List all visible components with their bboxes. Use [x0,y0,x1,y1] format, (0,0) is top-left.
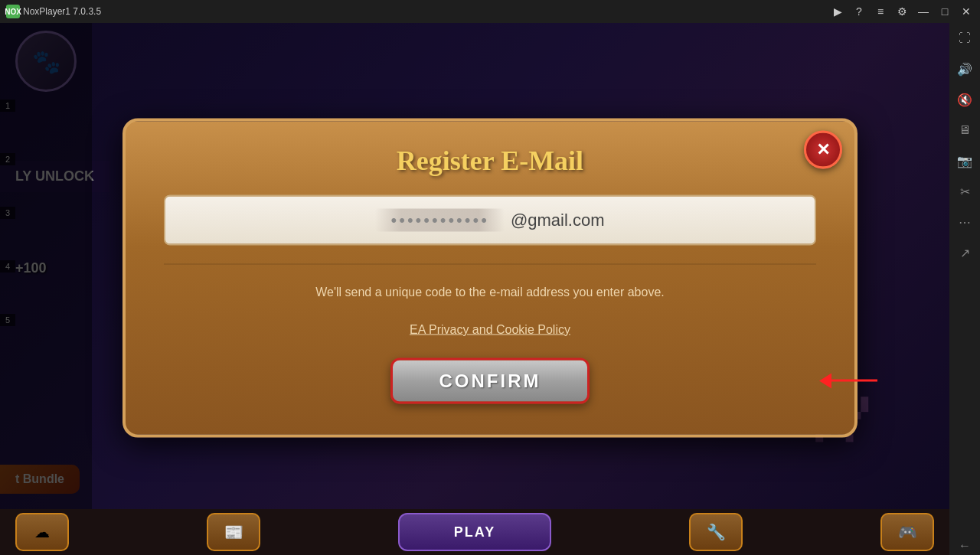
settings-btn[interactable]: ⚙ [894,4,910,19]
nox-title: NoxPlayer1 7.0.3.5 [23,6,101,17]
sidebar-external-icon[interactable]: ↗ [956,243,974,262]
sidebar-capture-icon[interactable]: 📷 [956,152,974,170]
sidebar-back-icon[interactable]: ← [956,537,974,555]
sidebar-resize-icon[interactable]: ⛶ [956,29,974,47]
email-blurred-part: •••••••••••• [375,208,504,231]
close-x-icon: ✕ [816,139,830,159]
nox-icon: NOX [6,5,20,18]
confirm-button[interactable]: CONFIRM [390,357,590,403]
wrench-button[interactable]: 🔧 [689,513,743,551]
info-text: We'll send a unique code to the e-mail a… [164,282,816,301]
menu-btn[interactable]: ≡ [873,4,888,19]
bottom-bar: ☁ 📰 PLAY 🔧 🎮 [0,509,949,555]
play-btn[interactable]: ▶ [830,4,845,19]
confirm-button-wrapper: CONFIRM [164,357,816,403]
register-email-dialog: ✕ Register E-Mail •••••••••••• @gmail.co… [122,118,858,437]
gamepad-icon: 🎮 [898,523,917,541]
dialog-close-button[interactable]: ✕ [804,130,842,168]
arrow-annotation [819,373,877,388]
dialog-title: Register E-Mail [164,144,816,176]
confirm-label: CONFIRM [439,370,541,391]
email-display: •••••••••••• @gmail.com [181,208,799,231]
wrench-icon: 🔧 [707,523,726,541]
nox-logo: NOX NoxPlayer1 7.0.3.5 [6,5,101,18]
sidebar-scissors-icon[interactable]: ✂ [956,182,974,201]
play-button[interactable]: PLAY [398,513,551,551]
gamepad-button[interactable]: 🎮 [880,513,934,551]
email-domain: @gmail.com [511,210,605,230]
cloud-icon: ☁ [34,523,50,541]
sidebar-mute-icon[interactable]: 🔇 [956,90,974,109]
privacy-link[interactable]: EA Privacy and Cookie Policy [164,322,816,336]
newspaper-button[interactable]: 📰 [207,513,260,551]
right-sidebar: ⛶ 🔊 🔇 🖥 📷 ✂ ⋯ ↗ ← [949,23,980,555]
arrow-line [831,380,877,382]
email-input-area[interactable]: •••••••••••• @gmail.com [164,194,816,245]
maximize-btn[interactable]: □ [937,4,952,19]
sidebar-screen-icon[interactable]: 🖥 [956,121,974,139]
newspaper-icon: 📰 [224,523,243,541]
sidebar-volume-icon[interactable]: 🔊 [956,60,974,78]
sidebar-dots-icon[interactable]: ⋯ [956,213,974,231]
help-btn[interactable]: ? [851,4,867,19]
dialog-separator [164,263,816,264]
close-btn[interactable]: ✕ [959,4,974,19]
cloud-button[interactable]: ☁ [15,513,69,551]
window-controls: ▶ ? ≡ ⚙ — □ ✕ [830,4,974,19]
play-label: PLAY [454,524,495,540]
arrow-head [819,373,831,388]
minimize-btn[interactable]: — [916,4,931,19]
nox-titlebar: NOX NoxPlayer1 7.0.3.5 ▶ ? ≡ ⚙ — □ ✕ [0,0,980,23]
